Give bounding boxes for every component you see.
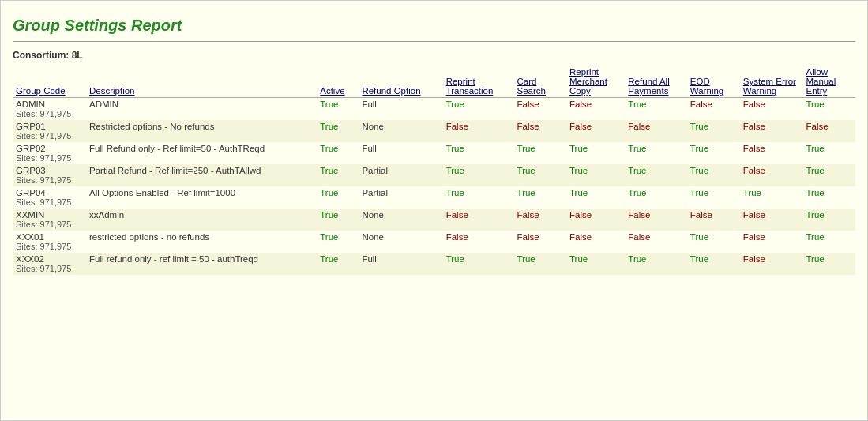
cell-card-search: False: [514, 120, 566, 142]
cell-reprint-merchant: True: [566, 186, 625, 209]
cell-eod-warning: True: [687, 164, 740, 186]
cell-refund-option: None: [359, 120, 442, 142]
col-header-description: Description: [86, 66, 317, 98]
cell-active: True: [317, 164, 359, 186]
cell-refund-all: True: [625, 164, 687, 186]
cell-description: Full refund only - ref limit = 50 - auth…: [86, 253, 317, 275]
cell-group-code: XXX02 Sites: 971,975: [13, 253, 86, 275]
cell-refund-all: True: [625, 142, 687, 164]
cell-system-error: False: [740, 209, 803, 231]
table-body: ADMIN Sites: 971,975 ADMIN True Full Tru…: [13, 98, 855, 276]
cell-active: True: [317, 186, 359, 209]
table-row: XXX01 Sites: 971,975 restricted options …: [13, 231, 855, 253]
table-row: XXMIN Sites: 971,975 xxAdmin True None F…: [13, 209, 855, 231]
cell-system-error: False: [740, 142, 803, 164]
cell-reprint-transaction: True: [443, 98, 514, 121]
col-header-reprint-merchant: Reprint Merchant Copy: [566, 66, 625, 98]
cell-refund-all: False: [625, 120, 687, 142]
cell-allow-manual: False: [803, 120, 856, 142]
cell-reprint-merchant: True: [566, 142, 625, 164]
cell-description: restricted options - no refunds: [86, 231, 317, 253]
cell-description: xxAdmin: [86, 209, 317, 231]
cell-card-search: True: [514, 253, 566, 275]
cell-active: True: [317, 253, 359, 275]
cell-refund-option: None: [359, 209, 442, 231]
col-header-eod-warning: EOD Warning: [687, 66, 740, 98]
cell-reprint-transaction: False: [443, 120, 514, 142]
cell-reprint-transaction: True: [443, 186, 514, 209]
table-row: GRP04 Sites: 971,975 All Options Enabled…: [13, 186, 855, 209]
cell-group-code: ADMIN Sites: 971,975: [13, 98, 86, 121]
table-row: GRP02 Sites: 971,975 Full Refund only - …: [13, 142, 855, 164]
cell-reprint-merchant: False: [566, 120, 625, 142]
cell-active: True: [317, 120, 359, 142]
cell-refund-all: True: [625, 186, 687, 209]
cell-refund-all: False: [625, 231, 687, 253]
cell-eod-warning: True: [687, 142, 740, 164]
cell-refund-all: True: [625, 253, 687, 275]
cell-description: Full Refund only - Ref limit=50 - AuthTR…: [86, 142, 317, 164]
cell-refund-option: Full: [359, 98, 442, 121]
cell-system-error: False: [740, 120, 803, 142]
table-row: XXX02 Sites: 971,975 Full refund only - …: [13, 253, 855, 275]
page-title: Group Settings Report: [13, 9, 855, 41]
consortium-label: Consortium: 8L: [13, 50, 855, 61]
cell-refund-option: Full: [359, 142, 442, 164]
cell-refund-all: False: [625, 209, 687, 231]
divider: [13, 41, 855, 42]
col-header-system-error: System Error Warning: [740, 66, 803, 98]
cell-allow-manual: True: [803, 209, 856, 231]
cell-description: Restricted options - No refunds: [86, 120, 317, 142]
cell-refund-option: Partial: [359, 164, 442, 186]
cell-allow-manual: True: [803, 231, 856, 253]
cell-group-code: GRP04 Sites: 971,975: [13, 186, 86, 209]
cell-reprint-transaction: True: [443, 164, 514, 186]
cell-reprint-merchant: False: [566, 98, 625, 121]
cell-system-error: False: [740, 164, 803, 186]
cell-allow-manual: True: [803, 164, 856, 186]
cell-description: Partial Refund - Ref limit=250 - AuthTAl…: [86, 164, 317, 186]
table-header-row: Group Code Description Active Refund Opt…: [13, 66, 855, 98]
cell-allow-manual: True: [803, 186, 856, 209]
cell-eod-warning: True: [687, 231, 740, 253]
cell-description: All Options Enabled - Ref limit=1000: [86, 186, 317, 209]
report-table: Group Code Description Active Refund Opt…: [13, 66, 855, 275]
cell-active: True: [317, 98, 359, 121]
cell-reprint-merchant: False: [566, 209, 625, 231]
cell-eod-warning: True: [687, 253, 740, 275]
cell-allow-manual: True: [803, 253, 856, 275]
cell-group-code: GRP03 Sites: 971,975: [13, 164, 86, 186]
cell-refund-all: True: [625, 98, 687, 121]
cell-allow-manual: True: [803, 98, 856, 121]
cell-refund-option: Full: [359, 253, 442, 275]
col-header-refund-all: Refund All Payments: [625, 66, 687, 98]
table-row: GRP01 Sites: 971,975 Restricted options …: [13, 120, 855, 142]
col-header-reprint-transaction: Reprint Transaction: [443, 66, 514, 98]
cell-group-code: GRP02 Sites: 971,975: [13, 142, 86, 164]
cell-system-error: False: [740, 231, 803, 253]
cell-active: True: [317, 142, 359, 164]
cell-reprint-transaction: True: [443, 142, 514, 164]
col-header-card-search: Card Search: [514, 66, 566, 98]
col-header-group-code: Group Code: [13, 66, 86, 98]
cell-reprint-transaction: False: [443, 209, 514, 231]
cell-system-error: False: [740, 98, 803, 121]
cell-reprint-merchant: True: [566, 253, 625, 275]
cell-group-code: GRP01 Sites: 971,975: [13, 120, 86, 142]
cell-eod-warning: False: [687, 209, 740, 231]
cell-group-code: XXX01 Sites: 971,975: [13, 231, 86, 253]
cell-card-search: True: [514, 164, 566, 186]
cell-description: ADMIN: [86, 98, 317, 121]
cell-active: True: [317, 231, 359, 253]
cell-reprint-transaction: True: [443, 253, 514, 275]
cell-system-error: True: [740, 186, 803, 209]
cell-card-search: True: [514, 186, 566, 209]
page-container: Group Settings Report Consortium: 8L Gro…: [0, 0, 868, 421]
cell-allow-manual: True: [803, 142, 856, 164]
cell-active: True: [317, 209, 359, 231]
col-header-allow-manual: Allow Manual Entry: [803, 66, 856, 98]
cell-system-error: False: [740, 253, 803, 275]
col-header-active: Active: [317, 66, 359, 98]
cell-reprint-transaction: False: [443, 231, 514, 253]
cell-eod-warning: False: [687, 98, 740, 121]
